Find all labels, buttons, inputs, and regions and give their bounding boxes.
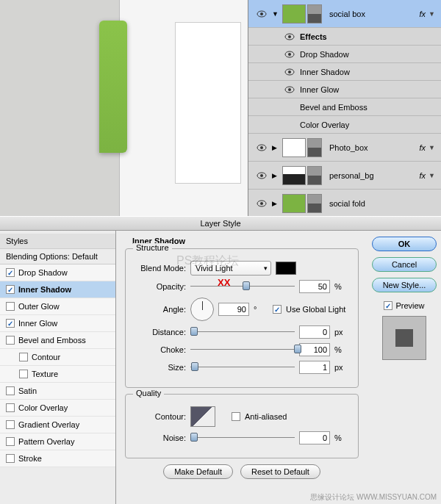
visibility-eye-icon[interactable] — [257, 172, 267, 179]
style-item[interactable]: Stroke — [0, 450, 115, 467]
style-item[interactable]: Gradient Overlay — [0, 417, 115, 433]
choke-slider[interactable] — [190, 345, 295, 355]
fx-badge[interactable]: fx — [420, 143, 426, 152]
chevron-down-icon[interactable]: ▼ — [429, 144, 435, 151]
style-checkbox[interactable]: ✓ — [6, 319, 15, 328]
opacity-slider[interactable] — [190, 281, 295, 292]
visibility-eye-icon[interactable] — [257, 144, 267, 151]
angle-dial[interactable] — [190, 298, 214, 321]
contour-picker[interactable] — [190, 406, 215, 427]
global-light-checkbox[interactable]: ✓ — [273, 305, 282, 314]
layer-thumbnail[interactable] — [282, 138, 306, 157]
noise-slider[interactable] — [190, 433, 295, 443]
style-checkbox[interactable] — [6, 386, 15, 395]
effect-row[interactable]: Drop Shadow — [248, 46, 441, 63]
disclosure-triangle-icon[interactable]: ▶ — [272, 172, 279, 179]
visibility-eye-icon[interactable] — [257, 200, 267, 207]
choke-input[interactable] — [299, 343, 330, 356]
preview-checkbox[interactable]: ✓ — [384, 301, 392, 310]
global-light-label: Use Global Light — [286, 305, 345, 314]
style-item[interactable]: ✓Inner Shadow — [0, 281, 115, 298]
style-label: Outer Glow — [18, 302, 60, 311]
svg-point-3 — [288, 35, 291, 38]
style-checkbox[interactable]: ✓ — [6, 285, 15, 294]
mask-thumbnail[interactable] — [307, 138, 322, 157]
dialog-titlebar[interactable]: Layer Style — [0, 216, 441, 231]
style-label: Gradient Overlay — [18, 420, 79, 429]
layer-thumbnail[interactable] — [282, 194, 306, 213]
shadow-color-swatch[interactable] — [276, 262, 296, 275]
disclosure-triangle-icon[interactable]: ▶ — [272, 144, 279, 151]
visibility-eye-icon[interactable] — [284, 86, 295, 93]
distance-slider[interactable] — [190, 327, 295, 337]
blending-options[interactable]: Blending Options: Default — [0, 249, 115, 264]
layer-row[interactable]: ▼social boxfx▼ — [248, 0, 441, 28]
visibility-eye-icon[interactable] — [284, 68, 295, 76]
mask-thumbnail[interactable] — [307, 166, 322, 185]
visibility-eye-icon[interactable] — [257, 10, 267, 18]
layers-panel[interactable]: ▼social boxfx▼EffectsDrop ShadowInner Sh… — [248, 0, 441, 216]
layer-name[interactable]: social box — [326, 10, 420, 18]
mask-thumbnail[interactable] — [307, 4, 322, 24]
layer-name[interactable]: Photo_box — [326, 143, 420, 152]
distance-input[interactable] — [299, 325, 330, 339]
cancel-button[interactable]: Cancel — [372, 257, 437, 272]
layer-name[interactable]: social fold — [326, 199, 438, 208]
fx-badge[interactable]: fx — [420, 10, 426, 18]
style-label: Inner Glow — [18, 319, 57, 328]
style-checkbox[interactable]: ✓ — [6, 268, 15, 277]
effect-row[interactable]: Inner Shadow — [248, 63, 441, 81]
effect-row[interactable]: Color Overlay — [248, 116, 441, 134]
style-checkbox[interactable] — [6, 420, 15, 429]
layer-thumbnail[interactable] — [282, 166, 306, 185]
layer-row[interactable]: ▶personal_bgfx▼ — [248, 162, 441, 190]
layer-name[interactable]: personal_bg — [326, 171, 420, 180]
disclosure-triangle-icon[interactable]: ▼ — [272, 10, 279, 18]
angle-input[interactable] — [218, 303, 249, 316]
ok-button[interactable]: OK — [372, 237, 437, 251]
style-checkbox[interactable] — [6, 336, 15, 345]
style-checkbox[interactable] — [6, 403, 15, 412]
style-item[interactable]: ✓Inner Glow — [0, 315, 115, 332]
svg-point-15 — [260, 202, 263, 205]
mask-thumbnail[interactable] — [307, 194, 322, 213]
style-checkbox[interactable] — [6, 437, 15, 446]
style-checkbox[interactable] — [19, 353, 28, 361]
effect-row[interactable]: Bevel and Emboss — [248, 98, 441, 116]
disclosure-triangle-icon[interactable]: ▶ — [272, 200, 279, 207]
style-item[interactable]: Bevel and Emboss — [0, 332, 115, 349]
style-item[interactable]: Texture — [0, 366, 115, 383]
effect-row[interactable]: Inner Glow — [248, 81, 441, 98]
style-item[interactable]: Pattern Overlay — [0, 433, 115, 450]
style-item[interactable]: ✓Drop Shadow — [0, 264, 115, 281]
layer-row[interactable]: ▶social fold — [248, 190, 441, 216]
reset-default-button[interactable]: Reset to Default — [240, 464, 320, 479]
noise-input[interactable] — [299, 431, 330, 444]
new-style-button[interactable]: New Style... — [372, 278, 437, 292]
style-item[interactable]: Outer Glow — [0, 298, 115, 315]
style-label: Satin — [18, 386, 37, 395]
opacity-input[interactable] — [299, 280, 330, 293]
fx-badge[interactable]: fx — [420, 171, 426, 180]
style-item[interactable]: Satin — [0, 383, 115, 400]
visibility-eye-icon[interactable] — [284, 33, 295, 40]
style-checkbox[interactable] — [6, 454, 15, 463]
blend-mode-dropdown[interactable]: Vivid Light — [190, 261, 271, 276]
chevron-down-icon[interactable]: ▼ — [429, 172, 435, 179]
size-slider[interactable] — [190, 362, 295, 372]
style-checkbox[interactable] — [6, 302, 15, 311]
make-default-button[interactable]: Make Default — [163, 464, 233, 479]
layer-thumbnail[interactable] — [282, 4, 306, 24]
style-checkbox[interactable] — [19, 370, 28, 378]
style-item[interactable]: Contour — [0, 349, 115, 366]
visibility-eye-icon[interactable] — [284, 51, 295, 58]
layer-row[interactable]: ▶Photo_boxfx▼ — [248, 134, 441, 162]
style-item[interactable]: Color Overlay — [0, 400, 115, 417]
antialias-checkbox[interactable] — [232, 412, 240, 421]
effects-header[interactable]: Effects — [248, 28, 441, 46]
styles-list[interactable]: Styles Blending Options: Default ✓Drop S… — [0, 231, 116, 504]
chevron-down-icon[interactable]: ▼ — [429, 10, 435, 18]
style-label: Contour — [32, 353, 60, 361]
styles-head[interactable]: Styles — [0, 234, 115, 249]
size-input[interactable] — [299, 361, 330, 374]
